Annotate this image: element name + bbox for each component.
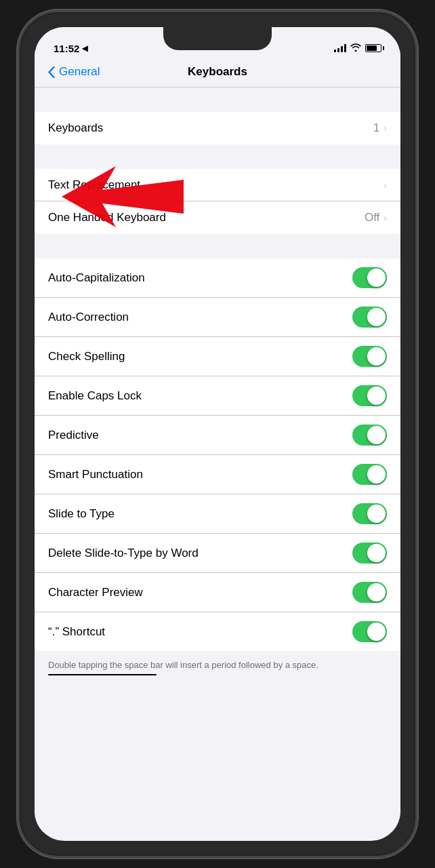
- check-spelling-label: Check Spelling: [48, 350, 125, 363]
- auto-capitalization-label: Auto-Capitalization: [48, 271, 145, 285]
- check-spelling-toggle[interactable]: [352, 346, 387, 367]
- signal-bar-2: [337, 48, 339, 52]
- phone-frame: 11:52 ◀: [18, 10, 417, 858]
- battery-fill: [367, 45, 377, 51]
- section-keyboards: Keyboards 1 ›: [35, 112, 400, 144]
- toggle-knob: [367, 426, 386, 444]
- smart-punctuation-label: Smart Punctuation: [48, 468, 143, 481]
- toggle-knob: [367, 347, 386, 366]
- slide-to-type-cell: Slide to Type: [35, 494, 400, 534]
- delete-slide-cell: Delete Slide-to-Type by Word: [35, 534, 400, 573]
- toggle-knob: [367, 505, 386, 523]
- predictive-cell: Predictive: [35, 416, 400, 455]
- toggle-knob: [367, 544, 386, 562]
- keyboards-value: 1: [373, 121, 379, 135]
- toggle-knob: [367, 308, 386, 326]
- delete-slide-toggle[interactable]: [352, 542, 387, 564]
- shortcut-toggle[interactable]: [352, 621, 387, 642]
- footer-note: Double tapping the space bar will insert…: [35, 651, 400, 684]
- enable-caps-lock-cell: Enable Caps Lock: [35, 376, 400, 416]
- battery-icon: [365, 44, 381, 52]
- back-label[interactable]: General: [59, 65, 100, 79]
- toggle-knob: [367, 623, 386, 641]
- signal-bars: [334, 44, 346, 52]
- keyboards-label: Keyboards: [48, 121, 103, 135]
- one-handed-label: One Handed Keyboard: [48, 211, 166, 224]
- section-text: Text Replacement › One Handed Keyboard O…: [35, 169, 400, 234]
- auto-capitalization-cell: Auto-Capitalization: [35, 258, 400, 298]
- smart-punctuation-toggle[interactable]: [352, 464, 387, 485]
- character-preview-label: Character Preview: [48, 586, 143, 599]
- keyboards-right: 1 ›: [373, 121, 387, 135]
- toggle-knob: [367, 465, 386, 484]
- auto-capitalization-toggle[interactable]: [352, 267, 387, 288]
- character-preview-cell: Character Preview: [35, 573, 400, 612]
- character-preview-toggle[interactable]: [352, 582, 387, 603]
- toggle-knob: [367, 583, 386, 601]
- one-handed-cell[interactable]: One Handed Keyboard Off ›: [35, 201, 400, 234]
- toggle-knob: [367, 269, 386, 287]
- check-spelling-cell: Check Spelling: [35, 337, 400, 376]
- signal-bar-4: [344, 44, 346, 52]
- phone-screen: 11:52 ◀: [35, 27, 400, 841]
- predictive-toggle[interactable]: [352, 425, 387, 446]
- one-handed-right: Off ›: [365, 211, 387, 224]
- section-toggles: Auto-Capitalization Auto-Correction Chec…: [35, 258, 400, 651]
- nav-bar: General Keyboards: [35, 60, 400, 87]
- section-gap-3: [35, 234, 400, 258]
- status-time: 11:52 ◀: [54, 43, 87, 54]
- slide-to-type-toggle[interactable]: [352, 503, 387, 524]
- main-content: Keyboards 1 › Text Replacement ›: [35, 87, 400, 832]
- signal-bar-3: [341, 46, 343, 52]
- enable-caps-lock-label: Enable Caps Lock: [48, 389, 142, 403]
- section-gap-1: [35, 87, 400, 112]
- notch: [163, 27, 272, 50]
- footer-text: Double tapping the space bar will insert…: [48, 660, 318, 670]
- enable-caps-lock-toggle[interactable]: [352, 385, 387, 406]
- auto-correction-label: Auto-Correction: [48, 311, 129, 324]
- text-replacement-chevron: ›: [384, 180, 387, 191]
- delete-slide-label: Delete Slide-to-Type by Word: [48, 547, 199, 560]
- slide-to-type-label: Slide to Type: [48, 507, 115, 521]
- smart-punctuation-cell: Smart Punctuation: [35, 455, 400, 494]
- location-icon: ◀: [82, 44, 87, 53]
- time-display: 11:52: [54, 43, 79, 54]
- signal-bar-1: [334, 50, 336, 52]
- back-button[interactable]: General: [48, 65, 100, 79]
- text-replacement-right: ›: [382, 180, 387, 191]
- status-icons: [334, 43, 381, 54]
- footer-underline: [48, 674, 157, 675]
- wifi-icon: [350, 43, 361, 54]
- keyboards-cell[interactable]: Keyboards 1 ›: [35, 112, 400, 144]
- auto-correction-cell: Auto-Correction: [35, 298, 400, 337]
- auto-correction-toggle[interactable]: [352, 307, 387, 328]
- text-replacement-label: Text Replacement: [48, 178, 140, 192]
- one-handed-chevron: ›: [384, 212, 387, 223]
- nav-title: Keyboards: [188, 65, 247, 79]
- shortcut-label: “.” Shortcut: [48, 625, 105, 639]
- toggle-knob: [367, 387, 386, 405]
- section-gap-2: [35, 144, 400, 169]
- one-handed-value: Off: [365, 211, 379, 224]
- text-replacement-cell[interactable]: Text Replacement ›: [35, 169, 400, 201]
- keyboards-chevron: ›: [384, 123, 387, 134]
- shortcut-cell: “.” Shortcut: [35, 612, 400, 651]
- predictive-label: Predictive: [48, 429, 99, 442]
